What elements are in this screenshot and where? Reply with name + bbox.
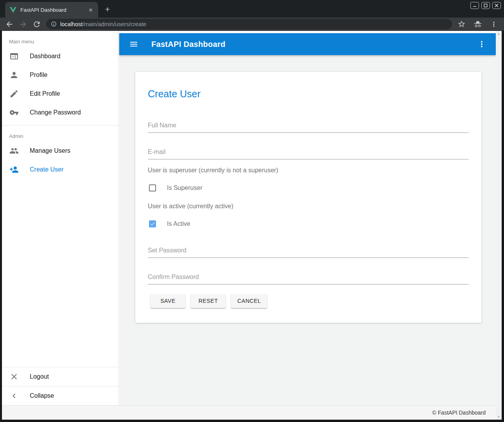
full-name-field-wrap	[148, 120, 469, 133]
web-page: Main menu Dashboard Profile Edit Profile	[2, 31, 502, 420]
sidebar-item-dashboard[interactable]: Dashboard	[2, 47, 118, 66]
app-bar: FastAPI Dashboard	[119, 33, 496, 55]
page-scrollbar[interactable]: ▲ ▼	[496, 31, 502, 420]
url-host: localhost	[60, 21, 83, 27]
is-superuser-label: Is Superuser	[167, 184, 203, 191]
appbar-title: FastAPI Dashboard	[151, 40, 226, 49]
key-icon	[9, 108, 19, 117]
email-input[interactable]	[148, 147, 469, 159]
sidebar-item-logout[interactable]: Logout	[2, 367, 118, 386]
confirm-password-input[interactable]	[148, 272, 469, 284]
tab-strip: FastAPI Dashboard × +	[0, 0, 504, 18]
full-name-input[interactable]	[148, 120, 469, 133]
new-tab-button[interactable]: +	[102, 5, 113, 15]
sidebar-item-label: Edit Profile	[30, 90, 60, 97]
is-superuser-checkbox-row[interactable]: Is Superuser	[149, 184, 203, 191]
vue-favicon-icon	[10, 7, 16, 13]
sidebar-item-label: Logout	[30, 373, 49, 380]
page-footer: © FastAPI Dashboard	[2, 405, 496, 420]
active-hint: User is active (currently active)	[148, 203, 233, 210]
is-superuser-checkbox[interactable]	[149, 184, 156, 191]
sidebar-item-label: Dashboard	[30, 53, 60, 60]
sidebar-item-profile[interactable]: Profile	[2, 66, 118, 84]
copyright-text: © FastAPI Dashboard	[432, 409, 486, 416]
sidebar-item-change-password[interactable]: Change Password	[2, 103, 118, 122]
main-menu-section-label: Main menu	[2, 31, 118, 47]
site-info-icon[interactable]	[51, 21, 57, 27]
main-area: FastAPI Dashboard Create User User is su…	[119, 31, 496, 405]
browser-menu-icon[interactable]	[490, 20, 498, 28]
page-title: Create User	[148, 88, 201, 100]
sidebar-item-label: Profile	[30, 72, 47, 79]
is-active-checkbox[interactable]	[149, 220, 156, 227]
sidebar-item-label: Collapse	[30, 392, 54, 399]
sidebar-item-create-user[interactable]: Create User	[2, 160, 118, 179]
address-bar[interactable]: localhost/main/admin/users/create	[46, 19, 452, 29]
save-button[interactable]: SAVE	[151, 294, 185, 308]
url-path: /main/admin/users/create	[83, 21, 146, 27]
maximize-button[interactable]	[481, 2, 490, 9]
hamburger-menu-icon[interactable]	[129, 39, 138, 49]
superuser-hint: User is superuser (currently is not a su…	[148, 167, 278, 174]
bookmark-star-icon[interactable]	[457, 20, 466, 28]
sidebar-item-manage-users[interactable]: Manage Users	[2, 141, 118, 160]
browser-tab[interactable]: FastAPI Dashboard ×	[5, 2, 98, 18]
tab-close-icon[interactable]: ×	[87, 7, 94, 13]
people-icon	[9, 146, 19, 156]
person-icon	[9, 70, 19, 80]
sidebar: Main menu Dashboard Profile Edit Profile	[2, 31, 119, 405]
person-add-icon	[9, 165, 19, 174]
scrollbar-up-icon[interactable]: ▲	[496, 31, 502, 37]
admin-section-label: Admin	[2, 125, 118, 141]
sidebar-bottom: Logout Collapse	[2, 367, 118, 405]
sidebar-item-edit-profile[interactable]: Edit Profile	[2, 84, 118, 103]
spacer	[2, 122, 118, 125]
forward-icon[interactable]	[19, 20, 27, 29]
confirm-password-field-wrap	[148, 272, 469, 284]
reload-icon[interactable]	[32, 20, 41, 29]
scrollbar-down-icon[interactable]: ▼	[496, 414, 502, 420]
more-vert-icon[interactable]	[477, 39, 486, 49]
sidebar-item-collapse[interactable]: Collapse	[2, 386, 118, 405]
tab-title: FastAPI Dashboard	[20, 7, 87, 13]
incognito-icon	[474, 20, 482, 29]
chevron-left-icon	[9, 391, 19, 401]
form-buttons: SAVE RESET CANCEL	[151, 294, 267, 308]
email-field-wrap	[148, 147, 469, 159]
minimize-button[interactable]	[470, 2, 479, 9]
reset-button[interactable]: RESET	[191, 294, 226, 308]
browser-window: FastAPI Dashboard × + localhost/m	[0, 0, 504, 422]
sidebar-item-label: Change Password	[30, 109, 81, 116]
is-active-label: Is Active	[167, 220, 190, 227]
close-icon	[9, 372, 19, 381]
set-password-input[interactable]	[148, 245, 469, 258]
create-user-card: Create User User is superuser (currently…	[135, 72, 481, 323]
checkmark-icon	[150, 221, 155, 227]
sidebar-item-label: Create User	[30, 166, 63, 173]
close-window-button[interactable]	[492, 2, 501, 9]
window-controls	[470, 2, 501, 9]
pencil-icon	[9, 89, 19, 98]
sidebar-item-label: Manage Users	[30, 147, 70, 154]
toolbar-right	[457, 20, 498, 29]
set-password-field-wrap	[148, 245, 469, 258]
cancel-button[interactable]: CANCEL	[231, 294, 267, 308]
dashboard-icon	[9, 52, 19, 61]
browser-toolbar: localhost/main/admin/users/create	[0, 18, 504, 31]
url-text: localhost/main/admin/users/create	[60, 21, 146, 27]
back-icon[interactable]	[5, 20, 14, 29]
is-active-checkbox-row[interactable]: Is Active	[149, 220, 190, 227]
